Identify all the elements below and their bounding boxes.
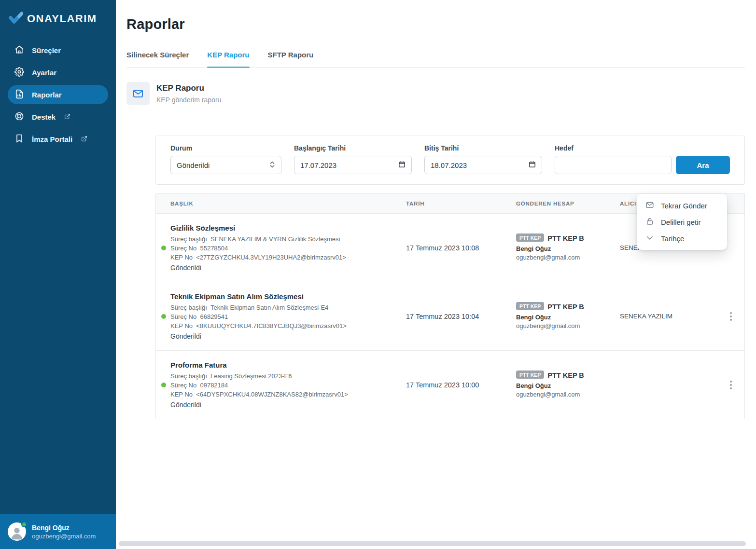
menu-item-tekrar-gonder[interactable]: Tekrar Gönder — [637, 197, 727, 214]
checkmark-logo-icon — [9, 12, 23, 26]
online-status-dot — [21, 522, 27, 527]
section-subtitle: KEP gönderim raporu — [156, 96, 221, 104]
sender-account: PTT KEP B — [547, 234, 584, 242]
end-date-field: Bitiş Tarihi 18.07.2023 — [424, 144, 542, 174]
tab-kep-raporu[interactable]: KEP Raporu — [207, 51, 249, 67]
horizontal-scrollbar[interactable] — [119, 541, 746, 546]
sidebar-item-raporlar[interactable]: Raporlar — [8, 85, 108, 104]
sender-name: Bengi Oğuz — [516, 382, 620, 390]
kep-no-label: KEP No — [170, 254, 193, 261]
row-status: Gönderildi — [170, 401, 348, 409]
row-title: Gizlilik Sözleşmesi — [170, 224, 346, 232]
calendar-icon[interactable] — [398, 161, 406, 169]
tab-sftp-raporu[interactable]: SFTP Raporu — [268, 51, 314, 67]
sidebar-item-label: Raporlar — [32, 91, 62, 99]
kep-no-label: KEP No — [170, 391, 193, 398]
calendar-icon[interactable] — [529, 161, 536, 169]
sender-email: oguzbengi@gmail.com — [516, 390, 620, 399]
status-filter-label: Durum — [170, 144, 281, 152]
row-date: 17 Temmuz 2023 10:00 — [406, 381, 516, 389]
logo: ONAYLARIM — [0, 0, 116, 36]
tab-bar: Silinecek Süreçler KEP Raporu SFTP Rapor… — [126, 51, 745, 68]
table-row[interactable]: Proforma Fatura Süreç başlığı Leasing Sö… — [156, 350, 744, 419]
sidebar-item-destek[interactable]: Destek — [8, 107, 108, 126]
sender-account: PTT KEP B — [547, 303, 584, 311]
start-date-input[interactable]: 17.07.2023 — [294, 156, 412, 174]
row-sender: PTT KEPPTT KEP B Bengi Oğuz oguzbengi@gm… — [516, 233, 620, 262]
row-title: Proforma Fatura — [170, 361, 348, 369]
menu-item-tarihce[interactable]: Tarihçe — [637, 230, 727, 247]
sidebar-item-label: Ayarlar — [32, 69, 56, 77]
kep-no-value: <27TZGYZCHKU4.3VLY19H23UHA2@birimzasrv01… — [196, 254, 346, 261]
section-header: KEP Raporu KEP gönderim raporu — [126, 82, 745, 117]
surec-basligi-label: Süreç başlığı — [170, 304, 207, 311]
surec-no-label: Süreç No — [170, 245, 196, 252]
sidebar-item-label: Süreçler — [32, 46, 61, 55]
row-actions-icon[interactable] — [728, 379, 734, 391]
surec-basligi-value: SENEKA YAZILIM & VYRN Gizlilik Sözleşmes… — [210, 235, 340, 243]
row-actions-icon[interactable] — [728, 310, 734, 323]
select-stepper-icon — [269, 161, 275, 170]
sidebar-item-imza-portali[interactable]: İmza Portali — [8, 129, 108, 149]
row-sender: PTT KEPPTT KEP B Bengi Oğuz oguzbengi@gm… — [516, 371, 620, 399]
bookmark-icon — [14, 134, 24, 145]
user-name: Bengi Oğuz — [32, 523, 96, 532]
kep-no-value: <8KUUUQYCHKU4.7IC838YCJBQJ3@birimzasrv01… — [196, 322, 347, 329]
surec-no-value: 66829541 — [200, 313, 228, 320]
envelope-icon — [126, 82, 150, 105]
support-icon — [14, 111, 24, 123]
row-sender: PTT KEPPTT KEP B Bengi Oğuz oguzbengi@gm… — [516, 302, 620, 330]
provider-badge: PTT KEP — [516, 371, 544, 379]
sender-name: Bengi Oğuz — [516, 313, 620, 322]
start-date-value: 17.07.2023 — [300, 161, 336, 169]
surec-basligi-label: Süreç başlığı — [170, 372, 207, 380]
sidebar: ONAYLARIM Süreçler Ayarlar — [0, 0, 116, 549]
filter-bar: Durum Gönderildi Başlangıç Tarihi — [155, 136, 745, 185]
row-recipient: SENEKA YAZILIM — [620, 313, 716, 320]
sender-name: Bengi Oğuz — [516, 245, 620, 253]
page-title: Raporlar — [126, 16, 745, 32]
column-header-gonderen: GÖNDEREN HESAP — [516, 201, 620, 206]
menu-item-label: Tarihçe — [661, 234, 684, 243]
surec-no-value: 55278504 — [200, 245, 228, 252]
search-button[interactable]: Ara — [676, 156, 730, 174]
envelope-icon — [645, 201, 654, 211]
user-panel[interactable]: Bengi Oğuz oguzbengi@gmail.com — [0, 514, 116, 549]
status-dot — [161, 383, 166, 387]
menu-item-delilleri-getir[interactable]: Delilleri getir — [637, 214, 727, 230]
status-select[interactable]: Gönderildi — [170, 156, 281, 174]
sidebar-item-surecler[interactable]: Süreçler — [8, 41, 108, 60]
kep-no-value: <64DYSPXCHKU4.08WJZNZ8KAS82@birimzasrv01… — [196, 391, 348, 398]
report-table: BAŞLIK TARİH GÖNDEREN HESAP ALICI Gizlil… — [155, 193, 745, 419]
row-date: 17 Temmuz 2023 10:04 — [406, 313, 516, 320]
surec-basligi-value: Leasing Sözleşmesi 2023-E6 — [210, 372, 292, 380]
end-date-label: Bitiş Tarihi — [424, 144, 542, 152]
column-header-baslik: BAŞLIK — [156, 201, 406, 206]
end-date-value: 18.07.2023 — [431, 161, 467, 169]
status-dot — [161, 246, 166, 250]
table-row[interactable]: Teknik Ekipman Satın Alım Sözleşmesi Sür… — [156, 282, 744, 350]
row-status: Gönderildi — [170, 332, 347, 340]
chevron-down-icon — [645, 233, 654, 244]
status-select-value: Gönderildi — [177, 161, 210, 169]
surec-no-label: Süreç No — [170, 313, 196, 320]
start-date-field: Başlangıç Tarihi 17.07.2023 — [294, 144, 412, 174]
sidebar-item-ayarlar[interactable]: Ayarlar — [8, 63, 108, 82]
column-header-tarih: TARİH — [406, 201, 516, 206]
tab-silinecek-surecler[interactable]: Silinecek Süreçler — [126, 51, 189, 67]
sender-account: PTT KEP B — [547, 371, 584, 379]
row-title: Teknik Ekipman Satın Alım Sözleşmesi — [170, 292, 347, 301]
menu-item-label: Tekrar Gönder — [661, 202, 707, 210]
end-date-input[interactable]: 18.07.2023 — [424, 156, 542, 174]
sender-email: oguzbengi@gmail.com — [516, 253, 620, 262]
gear-icon — [14, 67, 24, 78]
app-root: ONAYLARIM Süreçler Ayarlar — [0, 0, 756, 549]
kep-no-label: KEP No — [170, 322, 193, 329]
external-link-icon — [64, 113, 70, 121]
section-title: KEP Raporu — [156, 83, 221, 93]
sidebar-nav: Süreçler Ayarlar — [0, 41, 116, 149]
surec-basligi-value: Teknik Ekipman Satın Alım Sözleşmesi-E4 — [210, 304, 328, 311]
target-input[interactable] — [555, 156, 672, 174]
report-icon — [14, 89, 24, 100]
surec-basligi-label: Süreç başlığı — [170, 235, 207, 243]
